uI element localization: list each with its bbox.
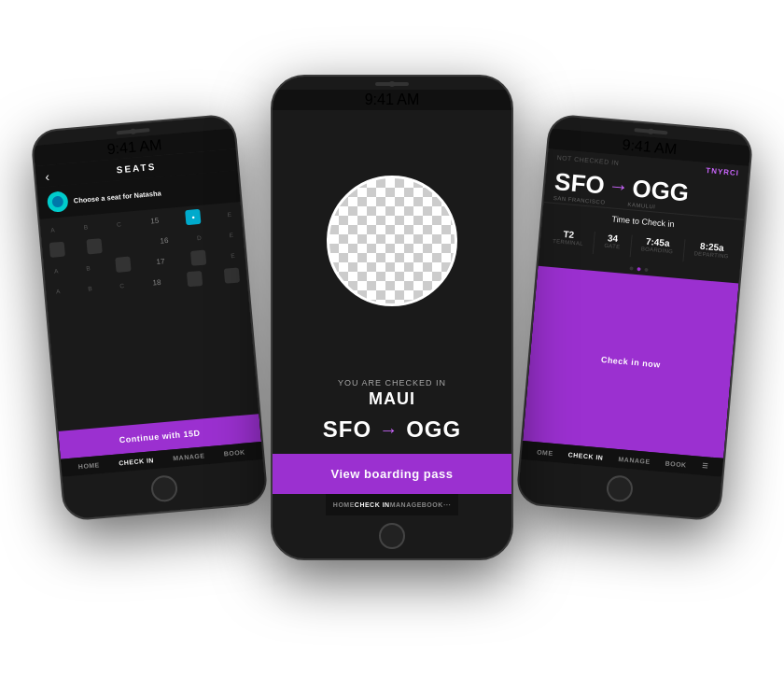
left-nav-checkin[interactable]: CHECK IN — [119, 457, 154, 466]
seat-18e[interactable] — [224, 267, 240, 283]
center-flight-info: YOU ARE CHECKED IN MAUI SFO → OGG — [308, 371, 476, 454]
center-time: 9:41 AM — [365, 92, 420, 108]
detail-boarding: 7:45a BOARDING — [640, 235, 674, 261]
center-route-to: OGG — [406, 416, 461, 443]
right-nav-home[interactable]: OME — [537, 448, 553, 456]
right-nav-manage[interactable]: MANAGE — [618, 456, 651, 465]
left-screen: ‹ SEATS Choose a seat for Natasha A B C … — [35, 148, 262, 477]
center-screen: YOU ARE CHECKED IN MAUI SFO → OGG View b… — [273, 110, 511, 515]
seat-17d[interactable] — [190, 250, 206, 266]
center-nav-more[interactable]: ··· — [443, 500, 451, 510]
natasha-avatar — [47, 190, 69, 213]
right-nav-menu[interactable]: ☰ — [701, 462, 707, 471]
right-nav-checkin[interactable]: CHECK IN — [567, 451, 603, 460]
phone-left: 9:41 AM ‹ SEATS Choose a seat for Natash… — [30, 113, 269, 522]
center-home-button[interactable] — [379, 523, 405, 549]
gate-label: GATE — [604, 243, 621, 249]
center-nav-checkin[interactable]: CHECK IN — [355, 501, 390, 508]
right-time: 9:41 AM — [622, 136, 678, 158]
seat-18d[interactable] — [186, 271, 202, 287]
seat-16b[interactable] — [87, 238, 103, 254]
left-nav-home[interactable]: HOME — [78, 461, 101, 470]
detail-departing: 8:25a DEPARTING — [693, 240, 730, 265]
center-camera — [389, 81, 395, 87]
left-home-button[interactable] — [150, 474, 178, 502]
center-route-from: SFO — [323, 416, 371, 443]
right-screen: NOT CHECKED IN TNYRCI SFO → OGG SAN FRAN… — [521, 148, 749, 477]
back-arrow-icon[interactable]: ‹ — [45, 168, 50, 183]
center-nav-manage[interactable]: MANAGE — [390, 501, 422, 508]
not-checked-label: NOT CHECKED IN — [556, 154, 619, 166]
seat-grid: A B C 15 E 16 D E A — [39, 202, 259, 431]
scene: 9:41 AM ‹ SEATS Choose a seat for Natash… — [28, 19, 756, 672]
right-route-to: OGG — [631, 176, 690, 204]
seat-17c[interactable] — [115, 257, 131, 273]
right-route-arrow: → — [608, 176, 630, 198]
center-topbar — [273, 77, 511, 90]
detail-gate: 34 GATE — [603, 233, 621, 256]
center-status-bar: 9:41 AM — [273, 90, 511, 110]
destination-name: MAUI — [323, 389, 461, 409]
booking-code: TNYRCI — [706, 166, 739, 177]
center-route-arrow: → — [379, 419, 399, 441]
checked-in-label: YOU ARE CHECKED IN — [323, 378, 461, 388]
detail-terminal: T2 TERMINAL — [552, 228, 584, 253]
seat-16a[interactable] — [49, 242, 65, 258]
left-screen-title: SEATS — [116, 162, 156, 176]
user-avatar — [327, 176, 457, 306]
center-nav-book[interactable]: BOOK — [422, 501, 443, 508]
right-home-button[interactable] — [606, 474, 634, 502]
dot-1 — [629, 266, 633, 270]
center-route-display: SFO → OGG — [323, 416, 461, 443]
dot-2 — [637, 267, 640, 271]
center-nav-home[interactable]: HOME — [333, 501, 355, 508]
phone-right: 9:41 AM NOT CHECKED IN TNYRCI SFO → OGG … — [515, 113, 754, 522]
left-nav-manage[interactable]: MANAGE — [173, 452, 205, 461]
terminal-label: TERMINAL — [553, 238, 583, 247]
seat-choose-text: Choose a seat for Natasha — [73, 189, 161, 204]
seat-15d[interactable] — [186, 209, 202, 225]
left-time: 9:41 AM — [106, 136, 162, 158]
dot-3 — [644, 268, 648, 272]
view-boarding-pass-button[interactable]: View boarding pass — [273, 454, 511, 494]
left-camera — [130, 129, 136, 135]
right-city-to: KAMULUI — [627, 202, 656, 210]
phone-center: 9:41 AM YOU ARE CHECKED IN MAUI SFO → OG… — [271, 75, 513, 560]
check-in-now-button[interactable]: Check in now — [523, 266, 739, 458]
center-phone-bottom — [273, 515, 511, 558]
right-route-from: SFO — [553, 169, 606, 198]
right-nav-book[interactable]: BOOK — [665, 459, 687, 468]
center-bottom-nav: HOME CHECK IN MANAGE BOOK ··· — [326, 494, 458, 515]
left-nav-book[interactable]: BOOK — [223, 449, 245, 458]
center-avatar-area — [273, 110, 511, 371]
